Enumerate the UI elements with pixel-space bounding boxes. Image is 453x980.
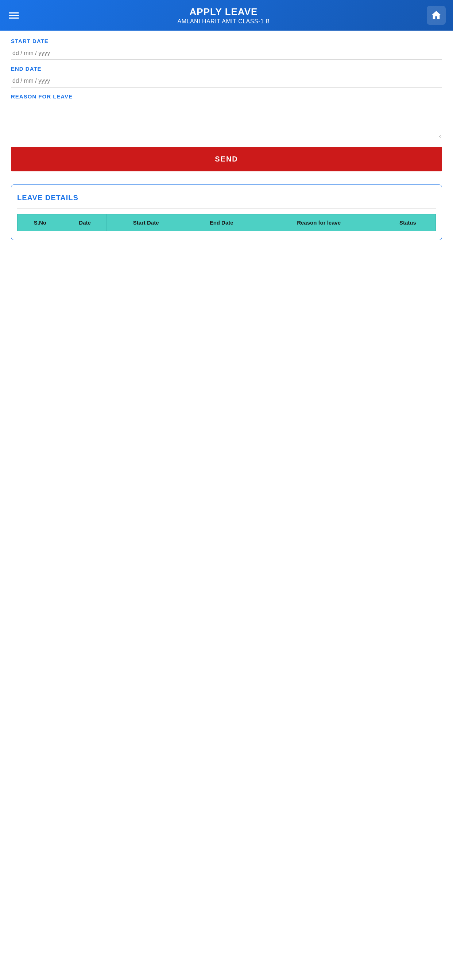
home-icon — [431, 10, 442, 21]
reason-textarea[interactable] — [11, 104, 442, 138]
end-date-group: END DATE — [11, 65, 442, 88]
divider — [17, 208, 436, 209]
student-info: AMLANI HARIT AMIT CLASS-1 B — [21, 18, 427, 25]
table-header-row: S.No Date Start Date End Date Reason for… — [18, 215, 436, 231]
col-header-sno: S.No — [18, 215, 63, 231]
leave-details-card: LEAVE DETAILS S.No Date Start Date End D… — [11, 185, 442, 240]
home-button[interactable] — [427, 6, 446, 25]
send-button[interactable]: SEND — [11, 147, 442, 171]
col-header-end-date: End Date — [185, 215, 258, 231]
col-header-date: Date — [63, 215, 107, 231]
start-date-group: START DATE — [11, 38, 442, 60]
reason-group: REASON FOR LEAVE — [11, 93, 442, 140]
end-date-input[interactable] — [11, 75, 442, 88]
page-title: APPLY LEAVE — [21, 6, 427, 18]
col-header-status: Status — [380, 215, 435, 231]
menu-icon[interactable] — [7, 11, 21, 20]
col-header-start-date: Start Date — [107, 215, 185, 231]
end-date-label: END DATE — [11, 65, 442, 72]
main-content: START DATE END DATE REASON FOR LEAVE SEN… — [0, 30, 453, 248]
start-date-input[interactable] — [11, 47, 442, 60]
start-date-label: START DATE — [11, 38, 442, 44]
header-title-block: APPLY LEAVE AMLANI HARIT AMIT CLASS-1 B — [21, 6, 427, 25]
leave-table: S.No Date Start Date End Date Reason for… — [17, 214, 436, 231]
leave-details-title: LEAVE DETAILS — [17, 194, 436, 202]
app-header: APPLY LEAVE AMLANI HARIT AMIT CLASS-1 B — [0, 0, 453, 30]
col-header-reason: Reason for leave — [258, 215, 380, 231]
reason-label: REASON FOR LEAVE — [11, 93, 442, 100]
